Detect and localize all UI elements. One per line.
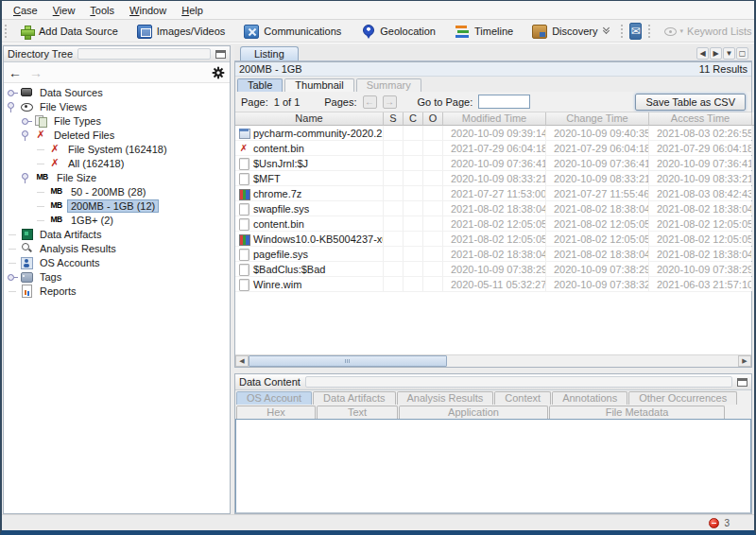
scroll-left-icon[interactable]: ◀ <box>235 355 249 367</box>
expander-expanded-icon[interactable] <box>21 129 33 141</box>
table-row[interactable]: content.bin2021-08-02 12:05:05 GMT2021-0… <box>235 216 751 232</box>
tree-item-50-200mb-28[interactable]: MB50 - 200MB (28) <box>4 184 230 198</box>
menu-help[interactable]: Help <box>174 3 211 18</box>
tab-annotations[interactable]: Annotations <box>552 391 627 405</box>
mb-icon: MB <box>48 199 64 212</box>
tab-text[interactable]: Text <box>317 406 398 419</box>
clipped-cell: 2 <box>752 171 756 185</box>
tree-item-file-system-162418[interactable]: ✗File System (162418) <box>4 142 230 156</box>
previous-page-button[interactable]: ← <box>363 95 377 109</box>
column-header-o[interactable]: O <box>423 112 443 126</box>
toolbar-button-communications[interactable]: Communications <box>234 20 351 43</box>
expander-expanded-icon[interactable] <box>7 100 19 112</box>
column-header-access-time[interactable]: Access Time <box>649 112 752 126</box>
tab-hex[interactable]: Hex <box>236 406 316 419</box>
tree-item-file-size[interactable]: MBFile Size <box>4 170 230 184</box>
file-name: $BadClus:$Bad <box>253 264 325 275</box>
toolbar-button-geolocation[interactable]: Geolocation <box>351 20 445 43</box>
tab-other-occurrences[interactable]: Other Occurrences <box>628 391 737 405</box>
tab-listing[interactable]: Listing <box>240 46 299 60</box>
tree-item-label: All (162418) <box>64 157 128 170</box>
score-cell <box>384 201 404 216</box>
timeline-icon <box>455 25 470 39</box>
expander-expanded-icon[interactable] <box>21 171 33 183</box>
back-arrow-button[interactable]: ← <box>9 65 22 80</box>
save-table-as-csv-button[interactable]: Save Table as CSV <box>635 94 746 111</box>
column-header-name[interactable]: Name <box>235 112 384 126</box>
toolbar-button-discovery[interactable]: Discovery <box>523 20 618 43</box>
status-bar: 3 <box>2 514 754 530</box>
mail-button[interactable]: ✉ <box>629 23 641 40</box>
table-row[interactable]: swapfile.sys2021-08-02 18:38:04 GMT2021-… <box>235 201 751 216</box>
scroll-right-icon[interactable]: ▶ <box>738 355 751 367</box>
forward-arrow-button[interactable]: → <box>29 65 43 80</box>
error-notification-icon[interactable] <box>709 518 719 528</box>
score-cell <box>384 216 404 231</box>
table-row[interactable]: $BadClus:$Bad2020-10-09 07:38:29 GMT2020… <box>235 262 751 277</box>
tab-os-account[interactable]: OS Account <box>236 391 312 405</box>
column-header-s[interactable]: S <box>384 112 404 126</box>
toolbar-button-timeline[interactable]: Timeline <box>445 20 523 43</box>
column-header-modified-time[interactable]: Modified Time <box>443 112 546 126</box>
tree-item-file-types[interactable]: File Types <box>4 113 230 128</box>
breadcrumb: 200MB - 1GB <box>239 63 302 75</box>
menu-tools[interactable]: Tools <box>82 3 122 18</box>
tab-list-dropdown-icon[interactable]: ▼ <box>723 47 735 60</box>
goto-page-input[interactable] <box>478 95 530 109</box>
tab-summary[interactable]: Summary <box>356 78 421 92</box>
tree-item-reports[interactable]: Reports <box>4 284 230 298</box>
tree-item-deleted-files[interactable]: ✗Deleted Files <box>4 128 230 142</box>
data-content-view <box>235 419 751 513</box>
pages-label: Pages: <box>324 96 356 108</box>
gear-button[interactable] <box>212 66 225 79</box>
table-row[interactable]: $UsnJrnl:$J2020-10-09 07:36:41 GMT2020-1… <box>235 156 751 171</box>
toolbar-button-images-videos[interactable]: Images/Videos <box>128 20 235 43</box>
tree-item-tags[interactable]: Tags <box>4 269 230 284</box>
tab-application[interactable]: Application <box>399 406 548 419</box>
column-header-change-time[interactable]: Change Time <box>546 112 649 126</box>
table-row[interactable]: Winre.wim2020-05-11 05:32:27 GMT2020-10-… <box>235 277 751 292</box>
next-page-button[interactable]: → <box>383 95 397 109</box>
expander-collapsed-icon[interactable] <box>7 270 19 283</box>
tab-file-metadata[interactable]: File Metadata <box>549 406 725 419</box>
scroll-tabs-right-icon[interactable]: ▶ <box>710 47 722 60</box>
float-window-icon[interactable] <box>737 378 747 387</box>
scroll-tabs-left-icon[interactable]: ◀ <box>696 47 709 60</box>
table-row[interactable]: Windows10.0-KB5004237-x64.cab2021-08-02 … <box>235 232 751 247</box>
table-row[interactable]: ✗content.bin2021-07-29 06:04:18 GMT2021-… <box>235 141 751 156</box>
tree-item-1gb-2[interactable]: MB1GB+ (2) <box>4 213 230 227</box>
toolbar-button-add-data-source[interactable]: Add Data Source <box>9 20 128 43</box>
table-row[interactable]: $MFT2020-10-09 08:33:21 GMT2020-10-09 08… <box>235 171 751 186</box>
keyword-lists-button[interactable]: ▾ Keyword Lists <box>653 26 756 37</box>
change-time-cell: 2020-10-09 09:40:35 GMT <box>546 126 649 140</box>
tree-item-data-sources[interactable]: Data Sources <box>4 85 230 99</box>
column-header-c[interactable]: C <box>404 112 423 126</box>
scrollbar-track[interactable] <box>447 355 738 367</box>
access-time-cell: 2020-10-09 07:38:29 GMT <box>649 262 752 276</box>
float-window-icon[interactable] <box>215 50 226 59</box>
tab-analysis-results[interactable]: Analysis Results <box>397 391 494 405</box>
scrollbar-thumb[interactable] <box>249 355 447 367</box>
tree-item-os-accounts[interactable]: OS Accounts <box>4 255 230 269</box>
menu-window[interactable]: Window <box>122 3 174 18</box>
menu-case[interactable]: Case <box>6 3 45 18</box>
expander-collapsed-icon[interactable] <box>21 114 33 127</box>
tree-item-data-artifacts[interactable]: Data Artifacts <box>4 227 230 241</box>
score-cell <box>423 201 443 216</box>
tree-item-file-views[interactable]: File Views <box>4 99 230 113</box>
table-row[interactable]: pagefile.sys2021-08-02 18:38:04 GMT2021-… <box>235 247 751 262</box>
toolbar-grip <box>646 23 652 40</box>
table-row[interactable]: chrome.7z2021-07-27 11:53:00 GMT2021-07-… <box>235 186 751 201</box>
expander-collapsed-icon[interactable] <box>7 86 19 98</box>
tree-item-200mb-1gb-12[interactable]: MB200MB - 1GB (12) <box>4 198 230 213</box>
tab-context[interactable]: Context <box>494 391 551 405</box>
tree-item-all-162418[interactable]: ✗All (162418) <box>4 156 230 170</box>
maximize-window-icon[interactable]: ▢ <box>736 47 748 60</box>
tree-item-analysis-results[interactable]: Analysis Results <box>4 241 230 255</box>
score-cell <box>384 186 404 200</box>
tab-table[interactable]: Table <box>237 78 283 92</box>
table-row[interactable]: pycharm-community-2020.2.3.exe2020-10-09… <box>235 126 751 141</box>
tab-data-artifacts[interactable]: Data Artifacts <box>313 391 395 405</box>
tab-thumbnail[interactable]: Thumbnail <box>284 78 353 92</box>
menu-view[interactable]: View <box>45 3 83 18</box>
